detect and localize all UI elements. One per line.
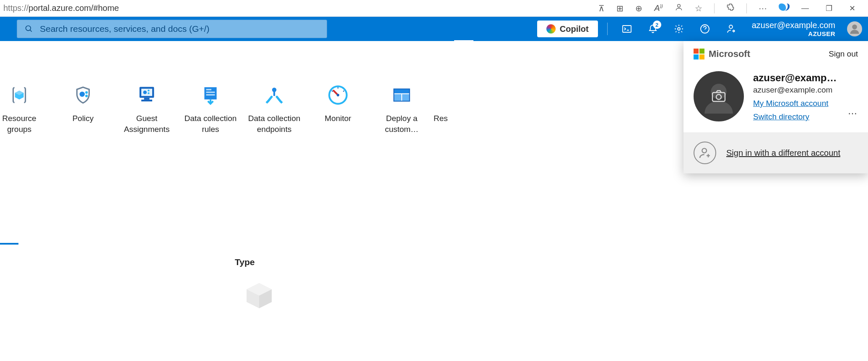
notifications-active-indicator (454, 40, 473, 42)
svg-point-27 (337, 94, 339, 96)
svg-point-11 (85, 91, 88, 94)
svg-rect-19 (141, 100, 152, 101)
profile-icon[interactable] (675, 3, 683, 13)
service-label: Data collection rules (179, 113, 242, 134)
copilot-browser-icon[interactable] (779, 2, 790, 15)
service-policy[interactable]: Policy (51, 82, 115, 134)
window-restore-icon[interactable]: ❐ (826, 4, 832, 13)
svg-point-4 (678, 28, 680, 30)
service-data-collection-endpoints[interactable]: Data collection endpoints (242, 82, 306, 134)
policy-icon (51, 82, 115, 108)
service-resource-groups[interactable]: Resource groups (0, 82, 51, 134)
more-menu-icon[interactable]: ⋯ (759, 3, 767, 13)
window-minimize-icon[interactable]: — (801, 4, 809, 13)
camera-icon (711, 90, 726, 103)
account-avatar-large[interactable] (694, 71, 744, 121)
service-data-collection-rules[interactable]: Data collection rules (179, 82, 242, 134)
service-guest-assignments[interactable]: Guest Assignments (115, 82, 179, 134)
separator (714, 3, 715, 13)
svg-rect-30 (402, 94, 410, 101)
service-label: Res (434, 113, 463, 124)
separator (746, 3, 747, 13)
resource-groups-icon (0, 82, 51, 108)
azure-top-bar: Copilot 2 azuser@example.com AZUSER (0, 17, 868, 41)
service-label: Guest Assignments (115, 113, 179, 134)
svg-rect-36 (712, 93, 725, 101)
service-label: Monitor (306, 113, 370, 124)
browser-toolbar-icons: ⊼ ⊞ ⊕ A)) ☆ ⋯ — ❐ ✕ (598, 2, 868, 15)
data-collection-rules-icon (179, 82, 242, 108)
notifications-badge: 2 (653, 21, 661, 29)
service-label: Resource groups (0, 113, 51, 134)
copilot-button[interactable]: Copilot (537, 21, 598, 37)
svg-point-15 (143, 90, 147, 94)
my-microsoft-account-link[interactable]: My Microsoft account (753, 99, 839, 108)
svg-rect-18 (144, 98, 150, 100)
svg-point-7 (852, 25, 857, 30)
service-monitor[interactable]: Monitor (306, 82, 370, 134)
svg-point-6 (729, 25, 733, 28)
account-flyout: Microsoft Sign out azuser@example.c… azu… (683, 41, 868, 173)
svg-point-12 (85, 95, 88, 97)
svg-line-2 (30, 30, 32, 32)
monitor-icon (306, 82, 370, 108)
guest-assignments-icon (115, 82, 179, 108)
microsoft-logo: Microsoft (694, 49, 750, 59)
account-email: azuser@example.com (752, 20, 835, 30)
account-more-icon[interactable]: ⋯ (848, 108, 858, 121)
column-header-type[interactable]: Type (235, 257, 255, 267)
svg-point-16 (148, 90, 149, 91)
account-detail-email: azuser@example.com (753, 85, 839, 95)
global-search[interactable] (17, 20, 327, 38)
text-size-icon[interactable]: A)) (654, 3, 663, 13)
svg-rect-22 (206, 92, 215, 93)
reserved-icon (434, 82, 463, 108)
tab-active-indicator (0, 243, 18, 245)
svg-point-10 (80, 92, 85, 97)
help-icon[interactable] (695, 19, 715, 39)
apps-icon[interactable]: ⊞ (616, 3, 624, 13)
account-display-name: azuser@example.c… (753, 72, 839, 84)
sign-out-link[interactable]: Sign out (829, 49, 858, 59)
feedback-icon[interactable] (721, 19, 741, 39)
copilot-label: Copilot (560, 24, 589, 34)
svg-point-0 (678, 4, 681, 7)
window-close-icon[interactable]: ✕ (849, 4, 855, 13)
svg-rect-25 (273, 90, 275, 96)
empty-state-cube-icon (242, 279, 276, 314)
url-path: portal.azure.com/#home (29, 3, 119, 13)
url-protocol: https:// (3, 3, 29, 13)
favorite-star-icon[interactable]: ☆ (695, 3, 702, 13)
svg-rect-23 (206, 94, 215, 95)
add-account-icon (694, 142, 716, 164)
cloud-shell-icon[interactable] (617, 19, 637, 39)
svg-rect-28 (394, 89, 410, 93)
svg-point-38 (702, 148, 707, 153)
data-collection-endpoints-icon (242, 82, 306, 108)
svg-point-1 (26, 26, 31, 31)
sign-in-different-account-link[interactable]: Sign in with a different account (726, 148, 840, 158)
zoom-icon[interactable]: ⊕ (635, 3, 642, 13)
search-input[interactable] (40, 24, 319, 34)
service-more[interactable]: Res (434, 82, 463, 134)
browser-chrome: https://portal.azure.com/#home ⊼ ⊞ ⊕ A))… (0, 0, 868, 17)
notifications-icon[interactable]: 2 (643, 19, 663, 39)
account-tenant: AZUSER (752, 30, 835, 38)
read-aloud-off-icon[interactable]: ⊼ (598, 3, 605, 13)
svg-rect-29 (394, 94, 401, 101)
microsoft-label: Microsoft (709, 49, 750, 59)
svg-rect-3 (623, 26, 631, 32)
service-label: Deploy a custom… (370, 113, 434, 134)
account-menu[interactable]: azuser@example.com AZUSER (752, 20, 835, 38)
account-avatar[interactable] (847, 21, 862, 36)
separator (607, 23, 608, 35)
address-bar[interactable]: https://portal.azure.com/#home (0, 3, 386, 13)
settings-icon[interactable] (669, 19, 689, 39)
service-label: Policy (51, 113, 115, 124)
search-icon (25, 25, 33, 33)
extensions-icon[interactable] (726, 3, 735, 13)
switch-directory-link[interactable]: Switch directory (753, 112, 839, 121)
service-deploy-custom[interactable]: Deploy a custom… (370, 82, 434, 134)
svg-point-37 (716, 95, 721, 100)
deploy-custom-icon (370, 82, 434, 108)
